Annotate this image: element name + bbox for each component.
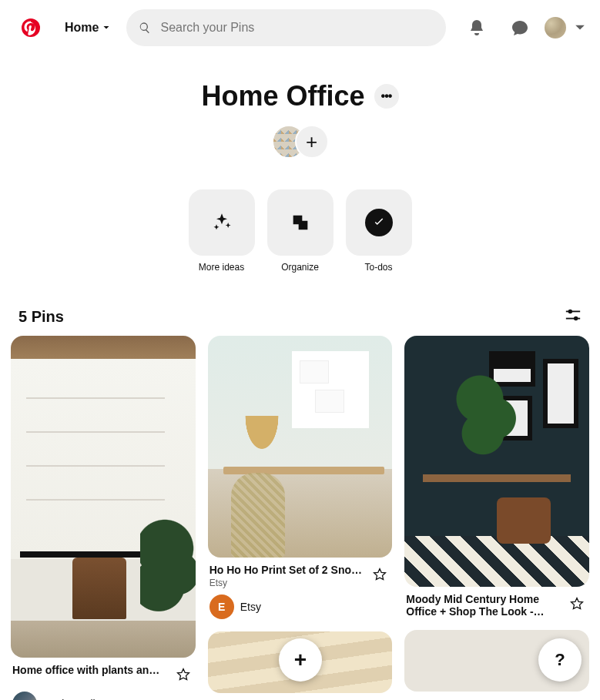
more-icon: •••: [381, 90, 392, 102]
action-todos[interactable]: To-dos: [346, 189, 412, 273]
action-todos-label: To-dos: [346, 262, 412, 273]
search-input[interactable]: [160, 21, 434, 35]
pin-title: Moody Mid Century Home Office + Shop The…: [406, 593, 560, 618]
board-options-button[interactable]: •••: [374, 84, 399, 109]
search-icon: [139, 22, 151, 34]
board-actions: More ideas Organize To-dos: [0, 189, 600, 273]
bell-icon: [468, 18, 486, 37]
pin-image[interactable]: [11, 336, 196, 658]
star-icon: [372, 567, 387, 582]
collaborators-row: +: [272, 125, 329, 159]
favorite-button[interactable]: [369, 564, 391, 585]
pinterest-logo[interactable]: [12, 9, 49, 46]
pin-title: Home office with plants and…: [12, 664, 166, 676]
topbar: Home: [0, 0, 600, 55]
check-circle-icon: [365, 209, 393, 236]
add-collaborator-button[interactable]: +: [295, 125, 329, 159]
search-bar[interactable]: [126, 9, 446, 46]
favorite-button[interactable]: [566, 593, 588, 615]
pin-card[interactable]: Moody Mid Century Home Office + Shop The…: [404, 336, 589, 618]
messages-button[interactable]: [501, 9, 538, 46]
board-header: Home Office ••• + More ideas Organize: [0, 55, 600, 273]
pin-subtitle: Etsy: [209, 578, 364, 588]
star-icon: [176, 667, 191, 682]
organize-icon: [290, 212, 311, 233]
pin-card[interactable]: Home office with plants and… Mad & Bolig: [11, 336, 196, 700]
nav-home[interactable]: Home: [55, 9, 120, 46]
chat-icon: [511, 18, 529, 37]
chevron-down-icon: [102, 23, 111, 32]
pin-title: Ho Ho Ho Print Set of 2 Sno…: [209, 564, 364, 576]
attribution-avatar: [12, 692, 37, 700]
pin-attribution[interactable]: Mad & Bolig: [11, 685, 196, 700]
board-title: Home Office: [201, 80, 364, 112]
pins-count: 5 Pins: [18, 308, 64, 326]
question-icon: ?: [555, 650, 565, 670]
action-more-ideas[interactable]: More ideas: [189, 189, 255, 273]
pin-attribution[interactable]: E Etsy: [208, 588, 393, 619]
plus-icon: +: [294, 648, 307, 672]
favorite-button[interactable]: [173, 664, 194, 685]
sparkle-icon: [211, 212, 233, 233]
pins-header: 5 Pins: [0, 273, 600, 336]
help-fab[interactable]: ?: [538, 638, 582, 682]
action-organize-label: Organize: [267, 262, 334, 273]
profile-avatar[interactable]: [545, 17, 566, 39]
attribution-avatar: E: [209, 594, 234, 619]
action-organize[interactable]: Organize: [267, 189, 334, 273]
filter-button[interactable]: [565, 306, 582, 327]
action-more-ideas-label: More ideas: [189, 262, 255, 273]
add-pin-fab[interactable]: +: [279, 638, 322, 682]
notifications-button[interactable]: [458, 9, 495, 46]
pin-card[interactable]: Ho Ho Ho Print Set of 2 Sno… Etsy E Etsy: [208, 336, 393, 619]
account-menu-chevron[interactable]: [572, 20, 588, 35]
attribution-name: Etsy: [240, 601, 261, 613]
svg-rect-2: [566, 311, 580, 313]
svg-rect-4: [566, 318, 580, 320]
nav-home-label: Home: [65, 21, 99, 35]
pin-image[interactable]: [404, 336, 589, 587]
pin-image[interactable]: [208, 336, 393, 558]
topbar-right: [458, 9, 588, 46]
star-icon: [569, 596, 585, 611]
filter-icon: [565, 306, 582, 323]
